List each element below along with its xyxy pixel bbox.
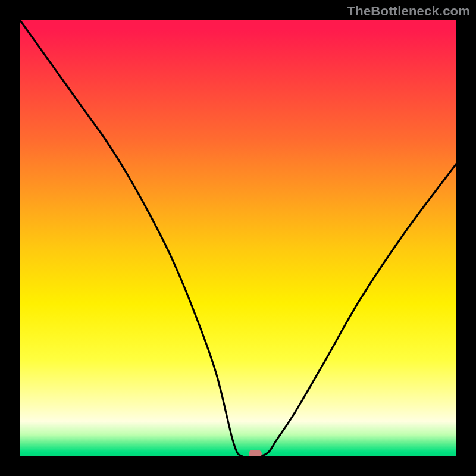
bottleneck-curve xyxy=(20,20,456,456)
optimal-marker xyxy=(249,450,262,456)
plot-area xyxy=(20,20,456,456)
chart-frame: TheBottleneck.com xyxy=(0,0,476,476)
watermark-text: TheBottleneck.com xyxy=(347,4,470,19)
